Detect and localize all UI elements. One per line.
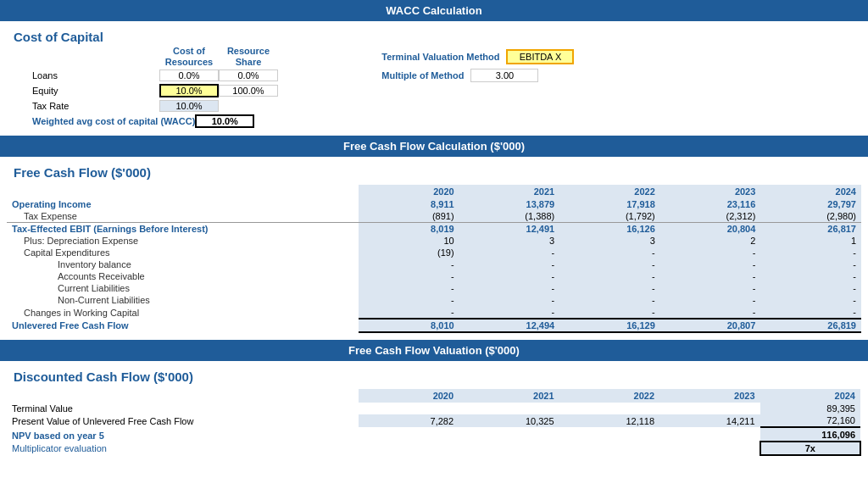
dcf-pv-2021: 10,325	[459, 414, 559, 427]
fcf-ncl-2023: -	[660, 294, 761, 306]
fcf-cl-row: Current Liabilities - - - - -	[7, 282, 861, 294]
fcf-ebit-2023: 20,804	[660, 223, 761, 236]
fcf-tax-row: Tax Expense (891) (1,388) (1,792) (2,312…	[7, 210, 861, 223]
fcf-cl-2022: -	[559, 282, 660, 294]
fcf-inv-2021: -	[459, 258, 560, 270]
wacc-loans-label: Loans	[7, 70, 159, 81]
terminal-multiple-value[interactable]: 3.00	[470, 69, 538, 82]
fcf-total-row: Unlevered Free Cash Flow 8,010 12,494 16…	[7, 319, 861, 332]
fcf-year-2024: 2024	[760, 185, 861, 198]
cost-of-capital-title: Cost of Capital	[7, 25, 861, 46]
val-title: Free Cash Flow Valuation ($'000)	[348, 344, 520, 357]
cost-of-capital-section: Cost of Capital Cost ofResources Resourc…	[0, 21, 868, 136]
wacc-total-value[interactable]: 10.0%	[195, 114, 254, 128]
dcf-year-2022: 2022	[559, 389, 659, 403]
fcf-tax-2023: (2,312)	[660, 210, 761, 223]
fcf-wc-2021: -	[459, 306, 560, 319]
fcf-year-2022: 2022	[559, 185, 660, 198]
fcf-inv-2022: -	[559, 258, 660, 270]
fcf-total-2020: 8,010	[359, 319, 459, 332]
fcf-tax-label: Tax Expense	[7, 210, 359, 223]
fcf-ncl-label: Non-Current Liabilities	[7, 294, 359, 306]
wacc-taxrate-row: Tax Rate 10.0%	[7, 98, 314, 114]
dcf-tv-2022	[559, 403, 659, 414]
dcf-mult-value[interactable]: 7x	[760, 442, 860, 455]
fcf-cl-label: Current Liabilities	[7, 282, 359, 294]
dcf-tv-2023	[659, 403, 760, 414]
fcf-ebit-2024: 26,817	[760, 223, 861, 236]
fcf-ar-label: Accounts Receivable	[7, 270, 359, 282]
dcf-pv-2022: 12,118	[559, 414, 659, 427]
fcf-dep-2022: 3	[559, 235, 660, 247]
fcf-oi-2024: 29,797	[760, 198, 861, 210]
fcf-total-2023: 20,807	[660, 319, 761, 332]
fcf-inventory-label: Inventory balance	[7, 258, 359, 270]
fcf-ebit-2022: 16,126	[559, 223, 660, 236]
terminal-method-value[interactable]: EBITDA X	[506, 49, 574, 64]
col-header-resources: Cost ofResources	[159, 46, 219, 68]
fcf-total-2022: 16,129	[559, 319, 660, 332]
wacc-taxrate-label: Tax Rate	[7, 101, 159, 111]
terminal-method-row: Terminal Valuation Method EBITDA X	[381, 49, 574, 64]
wacc-loans-share[interactable]: 0.0%	[219, 69, 278, 81]
dcf-year-2020: 2020	[359, 389, 459, 403]
dcf-npv-2023	[659, 427, 760, 442]
fcf-ar-2023: -	[660, 270, 761, 282]
dcf-year-2021: 2021	[459, 389, 559, 403]
dcf-year-2023: 2023	[659, 389, 760, 403]
wacc-equity-label: Equity	[7, 86, 159, 96]
dcf-mult-2022	[559, 442, 659, 455]
val-header: Free Cash Flow Valuation ($'000)	[0, 340, 868, 361]
wacc-taxrate-cost[interactable]: 10.0%	[159, 100, 219, 112]
fcf-operating-income-row: Operating Income 8,911 13,879 17,918 23,…	[7, 198, 861, 210]
dcf-npv-2024: 116,096	[760, 427, 860, 442]
fcf-inv-2020: -	[359, 258, 459, 270]
dcf-terminal-row: Terminal Value 89,395	[7, 403, 860, 414]
fcf-cl-2020: -	[359, 282, 459, 294]
fcf-dep-2023: 2	[660, 235, 761, 247]
fcf-table: 2020 2021 2022 2023 2024 Operating Incom…	[7, 185, 861, 333]
dcf-mult-row: Multiplicator evaluation 7x	[7, 442, 860, 455]
fcf-capex-2020: (19)	[359, 247, 459, 258]
fcf-ncl-2020: -	[359, 294, 459, 306]
fcf-wc-2022: -	[559, 306, 660, 319]
fcf-ebit-row: Tax-Effected EBIT (Earnings Before Inter…	[7, 223, 861, 236]
terminal-multiple-row: Multiple of Method 3.00	[381, 68, 574, 83]
fcf-depreciation-row: Plus: Depreciation Expense 10 3 3 2 1	[7, 235, 861, 247]
dcf-section: Discounted Cash Flow ($'000) 2020 2021 2…	[0, 361, 868, 463]
dcf-table: 2020 2021 2022 2023 2024 Terminal Value …	[7, 389, 861, 456]
fcf-wc-label: Changes in Working Capital	[7, 306, 359, 319]
wacc-equity-share[interactable]: 100.0%	[219, 85, 278, 97]
dcf-tv-2021	[459, 403, 559, 414]
dcf-npv-row: NPV based on year 5 116,096	[7, 427, 860, 442]
wacc-loans-row: Loans 0.0% 0.0%	[7, 68, 314, 83]
wacc-col-headers: Cost ofResources ResourceShare	[159, 46, 314, 68]
fcf-inv-2024: -	[760, 258, 861, 270]
fcf-oi-2022: 17,918	[559, 198, 660, 210]
fcf-wc-row: Changes in Working Capital - - - - -	[7, 306, 861, 319]
fcf-inv-2023: -	[660, 258, 761, 270]
wacc-grid: Cost ofResources ResourceShare Loans 0.0…	[7, 46, 861, 129]
fcf-dep-2021: 3	[459, 235, 560, 247]
wacc-loans-cost[interactable]: 0.0%	[159, 69, 219, 81]
fcf-total-2024: 26,819	[760, 319, 861, 332]
fcf-tax-2020: (891)	[359, 210, 459, 223]
fcf-total-2021: 12,494	[459, 319, 560, 332]
dcf-npv-2021	[459, 427, 559, 442]
dcf-year-2024: 2024	[760, 389, 860, 403]
wacc-total-label: Weighted avg cost of capital (WACC)	[7, 116, 195, 126]
fcf-ar-2022: -	[559, 270, 660, 282]
dcf-tv-2020	[359, 403, 459, 414]
fcf-cl-2021: -	[459, 282, 560, 294]
dcf-section-label: Discounted Cash Flow ($'000)	[7, 364, 861, 386]
fcf-capex-2023: -	[660, 247, 761, 258]
fcf-ncl-2022: -	[559, 294, 660, 306]
dcf-pv-2023: 14,211	[659, 414, 760, 427]
dcf-mult-2021	[459, 442, 559, 455]
fcf-ar-2024: -	[760, 270, 861, 282]
dcf-header-row: 2020 2021 2022 2023 2024	[7, 389, 860, 403]
fcf-section-label: Free Cash Flow ($'000)	[7, 160, 861, 181]
fcf-cl-2023: -	[660, 282, 761, 294]
fcf-ncl-row: Non-Current Liabilities - - - - -	[7, 294, 861, 306]
wacc-equity-cost[interactable]: 10.0%	[159, 84, 219, 97]
